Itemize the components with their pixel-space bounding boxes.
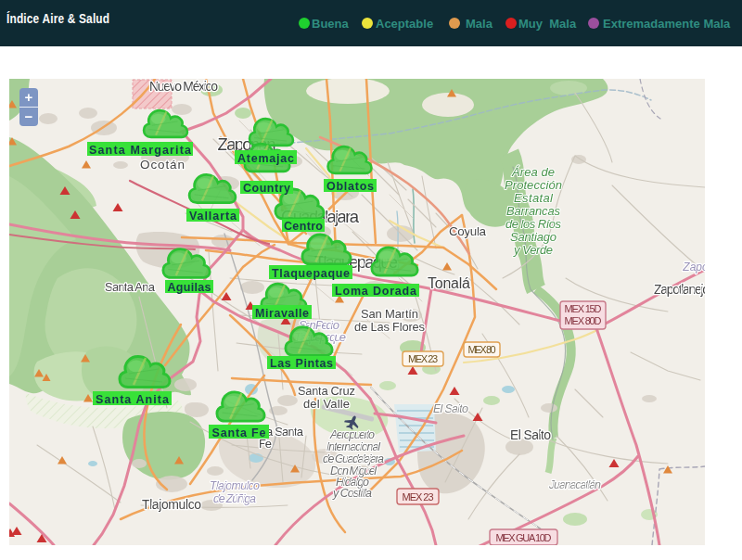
- svg-text:MEX 23: MEX 23: [408, 353, 438, 364]
- svg-text:Santa Anita: Santa Anita: [96, 393, 170, 406]
- svg-text:Centro: Centro: [284, 220, 323, 233]
- svg-text:Santa Cruz: Santa Cruz: [298, 384, 355, 398]
- svg-text:Loma Dorada: Loma Dorada: [335, 285, 417, 298]
- svg-text:Miravalle: Miravalle: [255, 307, 309, 320]
- svg-text:Tlaquepaque: Tlaquepaque: [272, 267, 350, 280]
- svg-text:Internacional: Internacional: [326, 440, 381, 453]
- svg-text:MEX 15D: MEX 15D: [565, 303, 602, 314]
- svg-text:Santa Margarita: Santa Margarita: [89, 144, 192, 157]
- svg-text:del Valle: del Valle: [303, 397, 350, 411]
- svg-text:Barrancas: Barrancas: [506, 204, 561, 218]
- svg-text:Oblatos: Oblatos: [326, 180, 374, 193]
- svg-text:Tlajomulco: Tlajomulco: [142, 497, 201, 512]
- svg-text:Nuevo México: Nuevo México: [149, 79, 218, 94]
- svg-text:San Martín: San Martín: [361, 307, 418, 321]
- svg-text:de Zúñiga: de Zúñiga: [213, 492, 256, 505]
- svg-text:Estatal: Estatal: [514, 191, 554, 205]
- svg-text:Zapotlanejo: Zapotlanejo: [654, 282, 705, 297]
- svg-text:Juanacatlán: Juanacatlán: [548, 478, 601, 491]
- svg-text:El Salto: El Salto: [510, 427, 551, 442]
- svg-text:MEX 23: MEX 23: [403, 491, 434, 503]
- svg-text:Country: Country: [243, 182, 290, 195]
- svg-text:Coyula: Coyula: [449, 224, 486, 238]
- svg-text:Atemajac: Atemajac: [237, 152, 294, 165]
- svg-text:a Santa: a Santa: [266, 425, 304, 439]
- svg-text:Santiago: Santiago: [510, 230, 556, 244]
- svg-text:de Guadalajara: de Guadalajara: [323, 452, 384, 465]
- svg-text:MEX 80: MEX 80: [468, 344, 496, 355]
- svg-text:El Salto: El Salto: [433, 402, 468, 415]
- svg-text:Santa Ana: Santa Ana: [105, 280, 156, 294]
- svg-text:Vallarta: Vallarta: [189, 210, 237, 223]
- svg-text:MEX 80D: MEX 80D: [565, 315, 602, 326]
- svg-text:y Verde: y Verde: [513, 243, 553, 257]
- svg-text:de Las Flores: de Las Flores: [354, 320, 426, 334]
- svg-text:Santa Fe: Santa Fe: [212, 426, 266, 439]
- svg-text:Ocotán: Ocotán: [140, 158, 185, 172]
- svg-text:Tonalá: Tonalá: [428, 275, 470, 291]
- svg-text:Zapo: Zapo: [682, 261, 705, 274]
- svg-text:Las Pintas: Las Pintas: [270, 357, 333, 370]
- svg-text:Protección: Protección: [505, 178, 562, 192]
- svg-text:Tlajomulco: Tlajomulco: [210, 479, 260, 492]
- svg-text:Aguilas: Aguilas: [168, 281, 211, 294]
- svg-text:y Costilla: y Costilla: [332, 487, 372, 500]
- svg-text:de los Ríos: de los Ríos: [505, 217, 562, 231]
- svg-text:Área de: Área de: [511, 165, 555, 179]
- svg-text:MEX GUA 10D: MEX GUA 10D: [496, 532, 552, 543]
- svg-text:Aeropuerto: Aeropuerto: [329, 428, 375, 441]
